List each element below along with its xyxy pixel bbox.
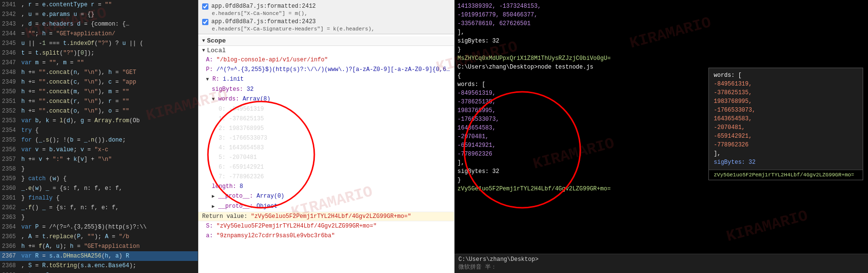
code-line-2363: 2363 }: [0, 213, 198, 222]
terminal-line-1: 1413389392, -1373248153,: [457, 2, 865, 11]
scope-item-P: P: /^(?=^.{3,255}$)(http(s)?:\/\/)(www\.…: [198, 65, 454, 74]
code-line-2362: 2362 _.f() _ = {s: f, n: f, e: f,: [0, 203, 198, 213]
code-lines: 2341 , r = e.contentType r = "" 2342 , u…: [0, 0, 198, 273]
hover-popup: words: [ -849561319, -378625135, 1983768…: [708, 68, 863, 180]
terminal-line-4: ],: [457, 28, 865, 37]
code-line-2367: 2367 var R = s.a.DHmacSHA256(h, a) R: [0, 251, 198, 261]
scope-item-2: 2: 1983768995: [198, 124, 454, 133]
code-line-2359: 2359 } catch (w) {: [0, 174, 198, 184]
code-line-2357: 2357 h += v + ":" + k[v] + "\n": [0, 155, 198, 164]
popup-line-0: -849561319,: [714, 80, 858, 88]
return-value-section: Return value: "zVy5Geluo5F2Pemj1rTYL2H4L…: [198, 212, 454, 221]
scope-header: ▼ Scope: [198, 36, 454, 46]
breakpoint-1[interactable]: app.0fd8d8a7.js:formatted:2412: [202, 3, 450, 10]
breakpoint-2[interactable]: app.0fd8d8a7.js:formatted:2423: [202, 18, 450, 25]
scope-item-5: 5: -2070481: [198, 153, 454, 162]
breakpoints-section: app.0fd8d8a7.js:formatted:2412 e.headers…: [198, 0, 454, 34]
scope-item-A: A: "/blog-console-api/v1/user/info": [198, 55, 454, 65]
code-line-2344: 2344 = ""; h = "GET+application/: [0, 29, 198, 39]
popup-line-6: -659142921,: [714, 132, 858, 141]
scope-title: Scope: [207, 37, 226, 44]
code-line-2368: 2368 , S = R.toString(s.a.enc.Base64);: [0, 261, 198, 271]
popup-line-close: ],: [714, 149, 858, 158]
code-line-2343: 2343 , d = e.headers d = {common: {…: [0, 19, 198, 29]
popup-line-1: -378625135,: [714, 88, 858, 97]
code-line-2347: 2347 var m = "", m = "": [0, 58, 198, 68]
scope-item-S: S: "zVy5Geluo5F2Pemj1rTYL2H4Lbf/4Ggv2LZG…: [198, 221, 454, 231]
breakpoint-2-code: e.headers["X-Ca-Signature-Headers"] = k(…: [202, 26, 450, 32]
breakpoint-2-label: app.0fd8d8a7.js:formatted:2423: [211, 18, 316, 25]
code-line-2350: 2350 h += "".concat(m, "\n"), m = "": [0, 87, 198, 97]
code-line-2355: 2355 for (_.s(); !(b = _.n()).done;: [0, 135, 198, 145]
devtools-panel: app.0fd8d8a7.js:formatted:2412 e.headers…: [198, 0, 455, 273]
popup-footer: zVy5Ge1uo5F2Pemj1rTYL2H4Lbf/4Ggv2LZG99GR…: [709, 170, 863, 180]
scope-item-7: 7: -778962326: [198, 172, 454, 182]
terminal-bottom: C:\Users\zhang\Desktop> 微软拼音 半：: [455, 254, 868, 273]
scope-item-words[interactable]: ▼ words: Array(8): [198, 94, 454, 104]
code-line-2353: 2353 var b, k = l(d), g = Array.from(Ob: [0, 116, 198, 126]
popup-line-2: 1983768995,: [714, 97, 858, 106]
code-line-2352: 2352 h += "".concat(o, "\n"), o = "": [0, 106, 198, 116]
terminal-panel: 1413389392, -1373248153, -1019916779, 85…: [455, 0, 868, 273]
scope-item-3: 3: -1766533073: [198, 133, 454, 143]
breakpoint-1-label: app.0fd8d8a7.js:formatted:2412: [211, 3, 316, 10]
scope-item-length: length: 8: [198, 182, 454, 191]
scope-item-6: 6: -659142921: [198, 162, 454, 172]
popup-content: words: [ -849561319, -378625135, 1983768…: [709, 68, 863, 170]
breakpoint-1-checkbox[interactable]: [202, 3, 208, 10]
popup-line-7: -778962326: [714, 141, 858, 149]
breakpoint-1-code: e.headers["X-Ca-Nonce"] = m(),: [202, 11, 450, 16]
scope-item-4: 4: 1643654583: [198, 143, 454, 153]
code-line-2341: 2341 , r = e.contentType r = "": [0, 0, 198, 10]
terminal-line-6: }: [457, 45, 865, 54]
terminal-output: 1413389392, -1373248153, -1019916779, 85…: [455, 0, 868, 254]
terminal-line-hash1: MsZHYCq0xMdUPpxQriX1Z8M1ThUysRZJzjC0biVo…: [457, 54, 865, 63]
code-line-2366: 2366 h += f(A, u); h = "GET+application: [0, 242, 198, 251]
code-line-2346: 2346 t = t.split("?")[0]);: [0, 48, 198, 58]
scope-item-0: 0: -849561319: [198, 104, 454, 114]
terminal-ime: 微软拼音 半：: [458, 263, 864, 271]
code-line-2354: 2354 try {: [0, 126, 198, 135]
scope-local-label: Local: [207, 47, 226, 54]
scope-local[interactable]: ▼ Local: [198, 46, 454, 55]
scope-item-proto1[interactable]: ▶ __proto__: Array(0): [198, 191, 454, 201]
code-line-2361: 2361 } finally {: [0, 193, 198, 203]
terminal-prompt: C:\Users\zhang\Desktop>: [458, 256, 864, 263]
scope-section: ▼ Scope ▼ Local A: "/blog-console-api/v1…: [198, 34, 454, 273]
terminal-line-2: -1019916779, 850466377,: [457, 11, 865, 19]
code-editor: 2341 , r = e.contentType r = "" 2342 , u…: [0, 0, 198, 273]
terminal-line-hash2: zVy5Ge1uo5F2Pemj1rTYL2H4Lbf/4Ggv2LZG99GR…: [457, 185, 865, 193]
popup-line-4: 1643654583,: [714, 115, 858, 123]
code-line-2345: 2345 u || -1 === t.indexOf("?") ? u || (: [0, 39, 198, 48]
code-line-2365: 2365 , A = t.replace(P, ""); A = "/b: [0, 232, 198, 242]
code-line-2349: 2349 h += "".concat(c, "\n"), c = "app: [0, 77, 198, 87]
code-line-2364: 2364 var P = /^(?=^.{3,255}$)(http(s)?:\…: [0, 222, 198, 232]
code-line-2356: 2356 var v = b.value; v = "x-c: [0, 145, 198, 155]
terminal-line-5: sigBytes: 32: [457, 37, 865, 45]
popup-line-5: -2070481,: [714, 123, 858, 132]
popup-sigbytes: sigBytes: 32: [714, 158, 858, 167]
scope-item-R[interactable]: ▼ R: i.init: [198, 74, 454, 85]
scope-item-1: 1: -378625135: [198, 114, 454, 124]
popup-line-words: words: [: [714, 71, 858, 80]
terminal-line-3: -335678610, 627626501: [457, 19, 865, 28]
code-line-2351: 2351 h += "".concat(r, "\n"), r = "": [0, 97, 198, 106]
code-line-2358: 2358 }: [0, 164, 198, 174]
popup-line-3: -1766533073,: [714, 106, 858, 115]
code-line-2342: 2342 , u = e.params u = {}: [0, 10, 198, 19]
code-line-2369: 2369 return S: [0, 271, 198, 273]
code-line-2360: 2360 _.e(w) _ = {s: f, n: f, e: f,: [0, 184, 198, 193]
scope-item-proto2[interactable]: ▶ __proto__: Object: [198, 201, 454, 212]
code-line-2348: 2348 h += "".concat(n, "\n"), h = "GET: [0, 68, 198, 77]
scope-item-sigbytes: sigBytes: 32: [198, 85, 454, 94]
breakpoint-2-checkbox[interactable]: [202, 19, 208, 25]
scope-item-a: a: "9znpamsyl2c7cdrr9sas0Le9vbc3r6ba": [198, 231, 454, 241]
